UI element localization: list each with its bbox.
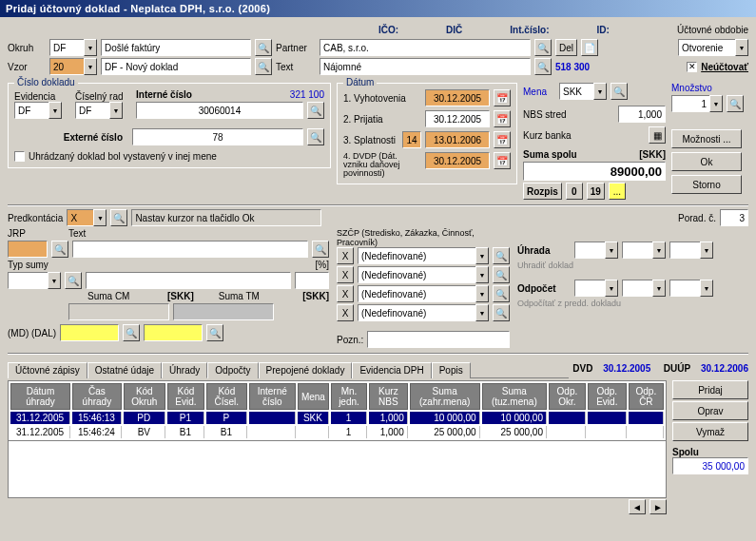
doc-icon[interactable]: 📄 <box>581 39 598 56</box>
dal-field[interactable] <box>144 324 203 341</box>
ciselnyrad-combo[interactable]: DF▼ <box>75 102 123 119</box>
scroll-right[interactable]: ► <box>649 499 667 514</box>
lookup-icon[interactable]: 🔍 <box>307 102 324 119</box>
lookup-icon[interactable]: 🔍 <box>51 241 68 258</box>
calendar-icon[interactable]: 📅 <box>494 89 511 106</box>
poradc-field[interactable]: 3 <box>720 209 748 226</box>
scroll-left[interactable]: ◄ <box>629 499 646 514</box>
vymaz-button[interactable]: Vymaž <box>672 422 748 441</box>
suma-spolu-field[interactable]: 89000,00 <box>523 162 666 181</box>
interne-link[interactable]: 321 100 <box>290 89 324 100</box>
grid-header[interactable]: Odp. Okr. <box>549 383 586 410</box>
mena-combo[interactable]: SKK▼ <box>559 83 607 100</box>
grid-header[interactable]: Dátum úhrady <box>10 383 70 410</box>
predkontacia-combo[interactable]: X▼ <box>67 209 107 226</box>
vzor-combo[interactable]: 20▼ <box>49 58 97 75</box>
grid-header[interactable]: Kód Čísel. <box>206 383 247 410</box>
rozpis-more[interactable]: ... <box>609 183 626 200</box>
id-link[interactable]: 518 300 <box>555 62 590 72</box>
lookup-icon[interactable]: 🔍 <box>255 58 272 75</box>
calendar-icon[interactable]: 📅 <box>494 152 511 169</box>
grid-header[interactable]: Kurz NBS <box>369 383 408 410</box>
table-row[interactable]: 31.12.200515:46:13PDP1PSKK11,00010 000,0… <box>10 412 664 424</box>
rozpis-0[interactable]: 0 <box>566 183 583 200</box>
text-field[interactable]: Nájomné <box>320 58 531 75</box>
grid-header[interactable]: Odp. Evid. <box>588 383 627 410</box>
duup-link[interactable]: 30.12.2006 <box>701 363 748 374</box>
ok-button[interactable]: Ok <box>671 152 742 171</box>
lookup-icon[interactable]: 🔍 <box>110 209 127 226</box>
lookup-icon[interactable]: 🔍 <box>307 128 324 145</box>
rozpis-19[interactable]: 19 <box>587 183 605 200</box>
del-button[interactable]: Del <box>555 39 577 56</box>
mnozstvo-combo[interactable]: 1▼ <box>671 95 723 112</box>
szcp1[interactable]: (Nedefinované)▼ <box>358 247 489 264</box>
lookup-icon[interactable]: 🔍 <box>312 241 329 258</box>
pozn-field[interactable] <box>367 331 510 348</box>
grid-header[interactable]: Suma (tuz.mena) <box>482 383 547 410</box>
table-row[interactable]: 31.12.200515:46:24BVB1B111,00025 000,002… <box>10 426 664 438</box>
pridaj-button[interactable]: Pridaj <box>672 380 748 399</box>
lookup-icon[interactable]: 🔍 <box>534 39 552 56</box>
lookup-icon[interactable]: 🔍 <box>727 95 744 112</box>
neuctovat-checkbox[interactable]: ✕ <box>687 62 697 72</box>
lookup-icon[interactable]: 🔍 <box>534 58 552 75</box>
jrp-field[interactable] <box>8 241 48 258</box>
partner-field[interactable]: CAB, s.r.o. <box>320 39 531 56</box>
datum-group: Dátum 1. Vyhotovenia30.12.2005📅 2. Prija… <box>337 83 517 184</box>
grid-header[interactable]: Kód Okruh <box>124 383 165 410</box>
tab-3[interactable]: Odpočty <box>207 362 258 378</box>
tab-4[interactable]: Prepojené doklady <box>259 362 353 378</box>
calendar-icon[interactable]: 📅 <box>494 110 511 127</box>
tab-0[interactable]: Účtovné zápisy <box>8 362 87 378</box>
okruh-desc: Došlé faktúry <box>101 39 251 56</box>
uhr-checkbox[interactable] <box>14 151 25 162</box>
grid-header[interactable]: Mn. jedn. <box>331 383 367 410</box>
typsumy-combo[interactable]: ▼ <box>8 272 61 289</box>
oprav-button[interactable]: Oprav <box>672 401 748 420</box>
md-field[interactable] <box>60 324 119 341</box>
sumacm-field <box>68 303 169 320</box>
pct-field[interactable] <box>295 272 329 289</box>
uhrada-combo3[interactable]: ▼ <box>669 242 713 259</box>
tab-2[interactable]: Úhrady <box>162 362 207 378</box>
interne-cislo-field[interactable]: 30060014 <box>136 102 303 119</box>
prijatia-field[interactable]: 30.12.2005 <box>425 110 490 127</box>
dvd-link[interactable]: 30.12.2005 <box>603 363 650 374</box>
text-label: Text <box>276 62 316 72</box>
lookup-icon[interactable]: 🔍 <box>65 272 82 289</box>
lookup-icon[interactable]: 🔍 <box>255 39 272 56</box>
lookup-icon[interactable]: 🔍 <box>611 83 628 100</box>
detail-tabs: Účtovné zápisy Ostatné údaje Úhrady Odpo… <box>8 361 569 378</box>
grid-header[interactable]: Kód Evid. <box>167 383 204 410</box>
storno-button[interactable]: Storno <box>671 175 742 194</box>
grid-header[interactable]: Suma (zahr.mena) <box>410 383 480 410</box>
grid-header[interactable]: Odp. ČR <box>629 383 664 410</box>
szcp-x[interactable]: X <box>337 247 354 264</box>
tab-6[interactable]: Popis <box>432 362 471 378</box>
tab-5[interactable]: Evidencia DPH <box>352 362 431 378</box>
splatnosti-days[interactable]: 14 <box>402 131 421 148</box>
externe-cislo-field[interactable]: 78 <box>132 128 303 145</box>
moznosti-button[interactable]: Možnosti ... <box>671 129 742 148</box>
uhrada-combo2[interactable]: ▼ <box>622 242 666 259</box>
dvdp-field[interactable]: 30.12.2005 <box>425 152 490 169</box>
okruh-combo[interactable]: DF▼ <box>49 39 97 56</box>
vzor-desc: DF - Nový doklad <box>101 58 251 75</box>
rozpis-button[interactable]: Rozpis <box>523 183 562 200</box>
uhrady-grid[interactable]: Dátum úhradyČas úhradyKód OkruhKód Evid.… <box>8 380 667 441</box>
uhrada-combo1[interactable]: ▼ <box>574 242 618 259</box>
splatnosti-field[interactable]: 13.01.2006 <box>425 131 490 148</box>
nbs-field[interactable]: 1,000 <box>618 106 666 123</box>
grid-header[interactable]: Čas úhrady <box>72 383 122 410</box>
evidencia-combo[interactable]: DF▼ <box>14 102 62 119</box>
ucto-obdobie-label: Účtovné obdobie <box>677 25 748 35</box>
tab-1[interactable]: Ostatné údaje <box>87 362 162 378</box>
table-icon[interactable]: ▦ <box>649 126 666 144</box>
grid-header[interactable]: Interné číslo <box>249 383 296 410</box>
ucto-obdobie-combo[interactable]: Otvorenie▼ <box>678 39 748 56</box>
grid-header[interactable]: Mena <box>298 383 329 410</box>
calendar-icon[interactable]: 📅 <box>494 131 511 148</box>
text2-field[interactable] <box>72 241 308 258</box>
vyhotovenia-field[interactable]: 30.12.2005 <box>425 89 490 106</box>
